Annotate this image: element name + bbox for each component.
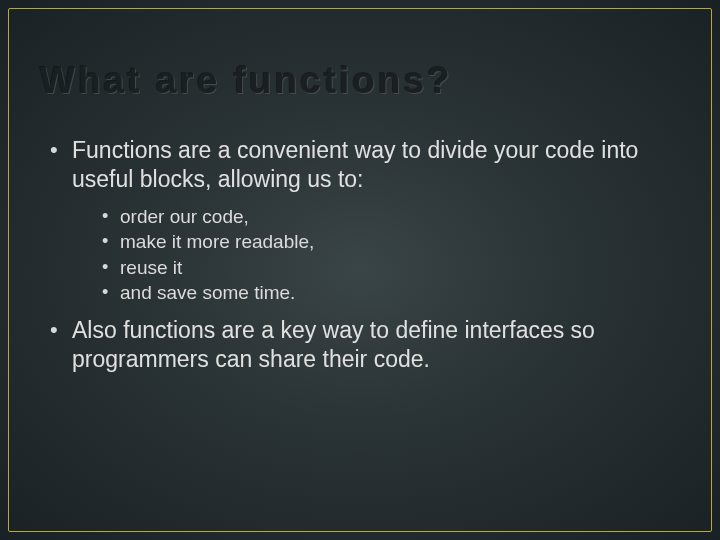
bullet-text: Also functions are a key way to define i… (72, 317, 595, 372)
sub-bullet-text: make it more readable, (120, 231, 314, 252)
slide-content: What are functions? Functions are a conv… (0, 0, 720, 540)
sub-bullet-list: order our code, make it more readable, r… (72, 204, 680, 307)
list-item: and save some time. (100, 280, 680, 306)
list-item: Functions are a convenient way to divide… (46, 136, 680, 306)
sub-bullet-text: reuse it (120, 257, 182, 278)
slide-title: What are functions? (40, 60, 680, 102)
list-item: reuse it (100, 255, 680, 281)
list-item: order our code, (100, 204, 680, 230)
list-item: Also functions are a key way to define i… (46, 316, 680, 374)
bullet-list: Functions are a convenient way to divide… (40, 136, 680, 374)
list-item: make it more readable, (100, 229, 680, 255)
bullet-text: Functions are a convenient way to divide… (72, 137, 638, 192)
sub-bullet-text: and save some time. (120, 282, 295, 303)
sub-bullet-text: order our code, (120, 206, 249, 227)
